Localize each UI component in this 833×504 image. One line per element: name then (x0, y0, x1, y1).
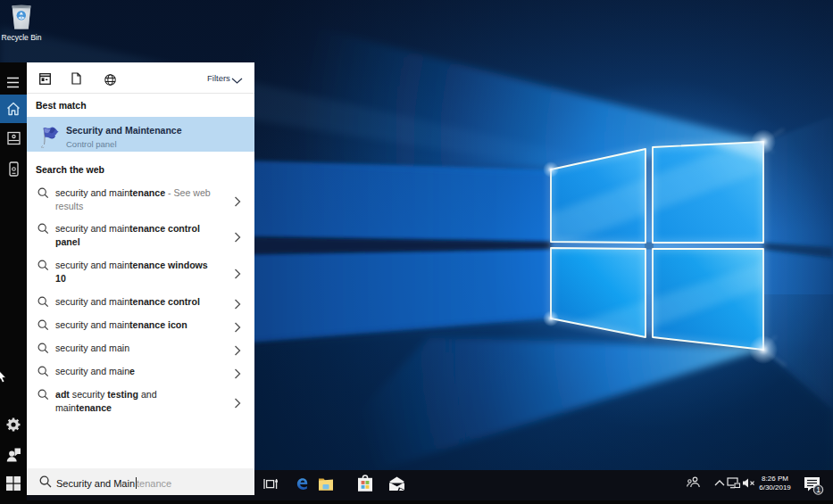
svg-text:1: 1 (816, 485, 821, 494)
